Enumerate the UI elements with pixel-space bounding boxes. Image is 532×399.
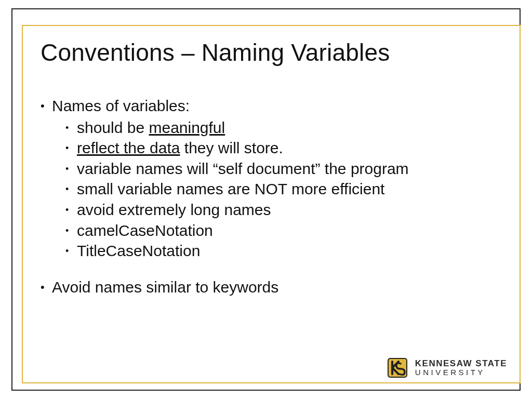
logo-line-2: UNIVERSITY — [415, 368, 507, 377]
slide-content: Conventions – Naming Variables Names of … — [41, 38, 499, 299]
sub-bullet-1b: meaningful — [149, 119, 225, 136]
slide-title: Conventions – Naming Variables — [41, 38, 499, 66]
sub-bullet-5: avoid extremely long names — [52, 200, 499, 220]
bullet-top-2-text: Avoid names similar to keywords — [52, 278, 278, 296]
slide-outer-frame: Conventions – Naming Variables Names of … — [11, 8, 521, 391]
sub-bullet-4: small variable names are NOT more effici… — [52, 179, 499, 200]
university-logo: KENNESAW STATE UNIVERSITY — [385, 355, 507, 380]
sub-bullet-1: should be meaningful — [52, 117, 499, 138]
sub-bullet-6: camelCaseNotation — [52, 220, 499, 241]
bullet-top-2: Avoid names similar to keywords — [41, 277, 499, 298]
logo-line-1: KENNESAW STATE — [415, 359, 507, 368]
sub-bullet-list: should be meaningful reflect the data th… — [52, 117, 499, 261]
sub-bullet-2b: they will store. — [180, 139, 283, 156]
sub-bullet-2: reflect the data they will store. — [52, 138, 499, 158]
bullet-list: Names of variables: should be meaningful… — [41, 96, 499, 297]
bullet-top-1: Names of variables: should be meaningful… — [41, 96, 499, 261]
sub-bullet-3: variable names will “self document” the … — [52, 158, 499, 179]
sub-bullet-2a: reflect the data — [77, 139, 180, 156]
logo-text: KENNESAW STATE UNIVERSITY — [415, 359, 507, 377]
sub-bullet-1a: should be — [77, 119, 149, 136]
ks-monogram-icon — [385, 355, 410, 380]
bullet-top-1-text: Names of variables: — [52, 97, 190, 114]
sub-bullet-7: TitleCaseNotation — [52, 241, 499, 261]
